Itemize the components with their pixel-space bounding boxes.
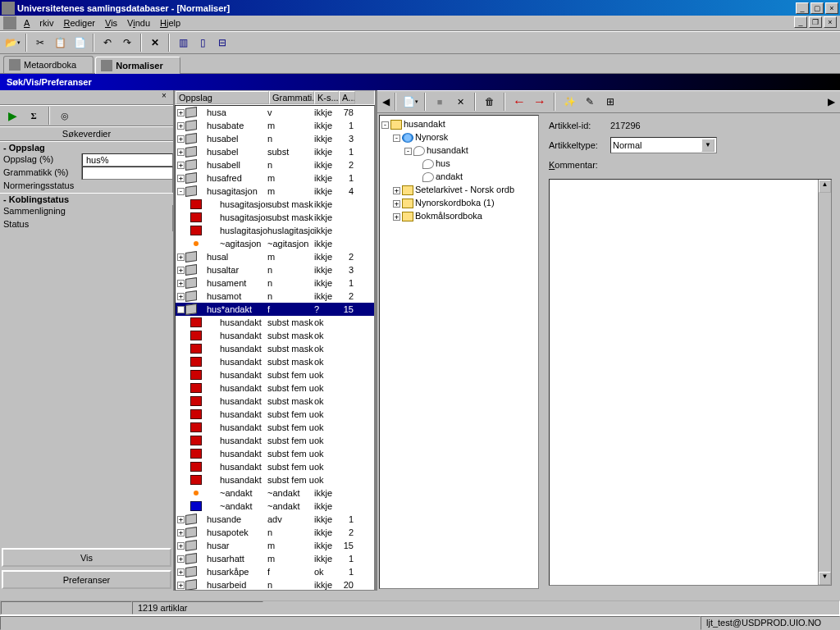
menu-rediger[interactable]: Rediger bbox=[58, 17, 100, 29]
expand-icon[interactable]: + bbox=[393, 213, 400, 221]
grid-row[interactable]: +husafredmikkje1 bbox=[176, 171, 374, 185]
expand-icon[interactable]: + bbox=[177, 542, 185, 550]
grid-row[interactable]: ~andakt~andaktikkje bbox=[176, 486, 374, 500]
grid-row[interactable]: -husagitasjonmikkje4 bbox=[176, 185, 374, 198]
grid-row[interactable]: huslagitasjonhuslagitasjonikkje bbox=[176, 224, 374, 237]
next-button[interactable]: → bbox=[531, 93, 549, 111]
oppslag-input[interactable]: hus% bbox=[82, 153, 173, 167]
expand-icon[interactable]: + bbox=[177, 582, 185, 589]
expand-icon[interactable]: + bbox=[177, 529, 185, 536]
grid-row[interactable]: husandaktsubst maskok bbox=[176, 342, 374, 355]
grid-row[interactable]: +husarkåpefok1 bbox=[176, 565, 374, 578]
grid-body[interactable]: +husavikkje78+husabatemikkje1+husabelnik… bbox=[175, 105, 375, 591]
artikkeltype-combo[interactable]: Normal ▼ bbox=[610, 137, 717, 153]
menu-arkiv[interactable]: Arkiv bbox=[19, 17, 58, 29]
grid-row[interactable]: +husarhattmikkje1 bbox=[176, 552, 374, 565]
grid-row[interactable]: +husamentnikkje1 bbox=[176, 276, 374, 290]
maximize-button[interactable]: ▢ bbox=[810, 2, 824, 14]
scroll-down-button[interactable]: ▼ bbox=[819, 572, 831, 585]
scroll-up-button[interactable]: ▲ bbox=[819, 180, 831, 193]
mdi-restore-button[interactable]: ❐ bbox=[809, 16, 822, 28]
expand-icon[interactable]: + bbox=[393, 200, 400, 208]
expand-icon[interactable]: + bbox=[177, 293, 185, 300]
undo-button[interactable]: ↶ bbox=[98, 34, 116, 52]
expand-icon[interactable]: + bbox=[177, 135, 185, 143]
layout3-button[interactable]: ⊟ bbox=[213, 34, 231, 52]
menu-hjelp[interactable]: Hjelp bbox=[155, 17, 185, 29]
grid-row[interactable]: husagitasjonsubst maskikkje bbox=[176, 211, 374, 224]
grid-row[interactable]: +husapoteknikkje2 bbox=[176, 526, 374, 539]
grid-row[interactable]: +husarmikkje15 bbox=[176, 539, 374, 552]
column-a[interactable]: A... bbox=[339, 91, 355, 104]
grid-row[interactable]: +husabellnikkje2 bbox=[176, 158, 374, 171]
grid-row[interactable]: husandaktsubst fem utok bbox=[176, 447, 374, 460]
grid-row[interactable]: +husabatemikkje1 bbox=[176, 119, 374, 132]
paste-button[interactable]: 📄 bbox=[71, 34, 89, 52]
layout1-button[interactable]: ▥ bbox=[174, 34, 192, 52]
stop-button[interactable]: ■ bbox=[431, 93, 449, 111]
target-button[interactable]: ◎ bbox=[56, 107, 74, 125]
delete-button[interactable]: ✕ bbox=[146, 34, 164, 52]
wand-button[interactable]: ✨ bbox=[560, 93, 578, 111]
new-button[interactable]: 📄▾ bbox=[401, 93, 419, 111]
column-grammatikk[interactable]: Grammati... bbox=[269, 91, 314, 104]
expand-icon[interactable]: + bbox=[177, 280, 185, 287]
scrollbar-vertical[interactable]: ▲ ▼ bbox=[818, 180, 831, 585]
cut-button[interactable]: ✂ bbox=[31, 34, 49, 52]
trash-button[interactable]: 🗑 bbox=[481, 93, 499, 111]
remove-button[interactable]: ✕ bbox=[451, 93, 469, 111]
minimize-button[interactable]: _ bbox=[796, 2, 809, 14]
grid-row[interactable]: +husandeadvikkje1 bbox=[176, 513, 374, 526]
grid-row[interactable]: husandaktsubst fem utok bbox=[176, 381, 374, 395]
menu-vindu[interactable]: Vindu bbox=[122, 17, 155, 29]
vis-button[interactable]: Vis bbox=[2, 548, 171, 567]
expand-icon[interactable]: + bbox=[177, 148, 185, 156]
grid-row[interactable]: ~agitasjon~agitasjonikkje bbox=[176, 237, 374, 250]
expand-icon[interactable]: + bbox=[177, 122, 185, 130]
expand-icon[interactable]: + bbox=[177, 109, 185, 116]
grid-row[interactable]: husandaktsubst maskok bbox=[176, 316, 374, 329]
grid-row[interactable]: +husamotnikkje2 bbox=[176, 290, 374, 303]
edit-button[interactable]: ✎ bbox=[581, 93, 599, 111]
expand-icon[interactable]: + bbox=[177, 555, 185, 563]
grid-row[interactable]: +husarbeidnikkje20 bbox=[176, 578, 374, 591]
grid-row[interactable]: husandaktsubst maskok bbox=[176, 329, 374, 342]
expand-icon[interactable]: - bbox=[393, 135, 400, 142]
expand-icon[interactable]: + bbox=[177, 175, 185, 182]
grid-row[interactable]: +husabelnikkje3 bbox=[176, 132, 374, 145]
grid-row[interactable]: husagitasjonsubst maskikkje bbox=[176, 198, 374, 211]
mdi-minimize-button[interactable]: _ bbox=[794, 16, 807, 28]
collapse-right-icon[interactable]: ▶ bbox=[828, 96, 835, 107]
expand-icon[interactable]: - bbox=[404, 148, 412, 155]
kommentar-memo[interactable]: ▲ ▼ bbox=[549, 179, 832, 586]
close-button[interactable]: × bbox=[825, 2, 838, 14]
copy-button[interactable]: 📋 bbox=[51, 34, 69, 52]
grid-row[interactable]: husandaktsubst fem utok bbox=[176, 368, 374, 381]
expand-icon[interactable]: - bbox=[177, 188, 185, 195]
grid-row[interactable]: ~andakt~andaktikkje bbox=[176, 500, 374, 513]
grid-row[interactable]: husandaktsubst fem utok bbox=[176, 460, 374, 473]
grid-row[interactable]: husandaktsubst fem utok bbox=[176, 473, 374, 486]
expand-icon[interactable]: + bbox=[177, 253, 185, 261]
expand-icon[interactable]: + bbox=[177, 267, 185, 274]
grid-row[interactable]: -hus*andaktf?15 bbox=[176, 303, 374, 316]
grid-row[interactable]: +husalmikkje2 bbox=[176, 250, 374, 263]
grid-row[interactable]: +husavikkje78 bbox=[176, 106, 374, 119]
layout2-button[interactable]: ▯ bbox=[194, 34, 212, 52]
menu-vis[interactable]: Vis bbox=[100, 17, 122, 29]
column-oppslag[interactable]: Oppslag bbox=[176, 91, 269, 104]
open-dropdown-button[interactable]: 📂▾ bbox=[3, 34, 21, 52]
prev-button[interactable]: ← bbox=[510, 93, 528, 111]
mdi-close-button[interactable]: × bbox=[824, 16, 837, 28]
sigma-button[interactable]: Σ bbox=[25, 107, 43, 125]
grid-row[interactable]: +husabelsubstikkje1 bbox=[176, 145, 374, 158]
expand-icon[interactable]: - bbox=[177, 306, 185, 313]
run-search-button[interactable]: ▶ bbox=[3, 107, 21, 125]
expand-icon[interactable]: + bbox=[177, 162, 185, 169]
grid-row[interactable]: husandaktsubst fem utok bbox=[176, 434, 374, 447]
grid-row[interactable]: husandaktsubst fem utok bbox=[176, 421, 374, 434]
collapse-left-icon[interactable]: ◀ bbox=[382, 96, 390, 107]
expand-icon[interactable]: + bbox=[177, 568, 185, 576]
grid-row[interactable]: husandaktsubst maskok bbox=[176, 395, 374, 408]
tree-button[interactable]: ⊞ bbox=[601, 93, 619, 111]
